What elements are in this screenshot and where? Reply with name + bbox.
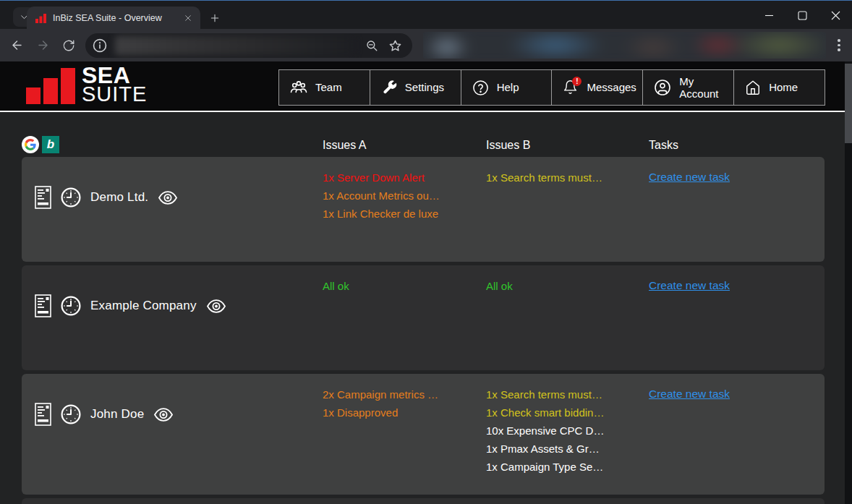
reload-button[interactable] <box>56 33 80 57</box>
nav-settings-button[interactable]: Settings <box>370 69 461 106</box>
new-tab-button[interactable] <box>205 9 224 27</box>
home-icon <box>745 80 761 95</box>
issue-item: 1x Server Down Alert <box>323 168 479 187</box>
clock-icon[interactable] <box>61 187 81 208</box>
clock-icon[interactable] <box>61 404 81 424</box>
nav-team-button[interactable]: Team <box>278 69 370 106</box>
issue-item: 1x Search terms must… <box>486 168 642 187</box>
issue-item: 1x Disapproved <box>323 403 479 422</box>
main-nav: Team Settings Help <box>278 69 825 106</box>
report-icon[interactable] <box>35 186 51 209</box>
create-new-task-link[interactable]: Create new task <box>649 277 730 294</box>
column-header-issues-a: Issues A <box>323 112 486 157</box>
back-button[interactable] <box>5 33 29 57</box>
client-row: John Doe 2x Campaign metrics …1x Disappr… <box>22 374 825 495</box>
create-new-task-link[interactable]: Create new task <box>649 168 730 186</box>
issues-b-cell: 1x Search terms must…1x Check smart bidd… <box>486 374 649 495</box>
create-new-task-link[interactable]: Create new task <box>649 385 730 403</box>
tab-close-icon[interactable] <box>182 12 195 25</box>
nav-my-account-button[interactable]: My Account <box>642 69 734 106</box>
nav-help-label: Help <box>497 81 519 93</box>
bookmark-star-icon[interactable] <box>388 39 402 53</box>
zoom-icon[interactable] <box>365 39 378 52</box>
issue-item: 1x Campaign Type Se… <box>486 458 642 476</box>
issue-item: 1x Search terms must… <box>486 385 642 403</box>
client-rows: Demo Ltd. 1x Server Down Alert1x Account… <box>22 157 825 504</box>
table-header: b Issues A Issues B Tasks <box>22 112 825 157</box>
eye-icon[interactable] <box>153 408 174 422</box>
site-header: SEA SUITE Team Settings <box>0 61 845 111</box>
report-icon[interactable] <box>35 294 51 317</box>
client-row-partial <box>22 498 825 504</box>
client-name: Example Company <box>90 299 197 313</box>
issues-a-cell: 2x Campaign metrics …1x Disapproved <box>323 374 486 495</box>
tab-title: InBiz SEA Suite - Overview <box>53 13 182 23</box>
issues-a-cell: All ok <box>323 265 486 370</box>
logo-text-suite: SUITE <box>82 85 147 104</box>
google-icon[interactable] <box>22 136 39 153</box>
forward-button[interactable] <box>31 33 55 57</box>
close-window-button[interactable] <box>819 1 852 30</box>
tasks-cell: Create new task <box>649 374 825 495</box>
column-header-tasks: Tasks <box>649 112 825 157</box>
issue-item: All ok <box>486 277 642 295</box>
issue-item: 1x Pmax Assets & Gr… <box>486 440 642 458</box>
nav-team-label: Team <box>315 81 342 93</box>
report-icon[interactable] <box>35 403 51 426</box>
issue-item: 10x Expensive CPC D… <box>486 422 642 440</box>
nav-messages-button[interactable]: ! Messages <box>551 69 643 106</box>
clock-icon[interactable] <box>61 296 81 316</box>
issue-item: 1x Account Metrics ou… <box>323 187 479 205</box>
browser-tab[interactable]: InBiz SEA Suite - Overview <box>27 7 200 30</box>
window-controls <box>752 1 852 30</box>
issue-item: 1x Check smart biddin… <box>486 403 642 422</box>
scrollbar-thumb[interactable] <box>845 64 852 143</box>
extensions-area-redacted <box>423 32 826 59</box>
client-cell: John Doe <box>22 374 323 495</box>
sea-suite-logo[interactable]: SEA SUITE <box>26 67 147 104</box>
issues-a-cell: 1x Server Down Alert1x Account Metrics o… <box>323 157 486 262</box>
messages-alert-badge: ! <box>572 77 582 86</box>
logo-bars-icon <box>26 68 77 104</box>
nav-help-button[interactable]: Help <box>461 69 553 106</box>
minimize-button[interactable] <box>752 1 785 30</box>
issue-item: 1x Link Checker de luxe <box>323 205 479 223</box>
client-cell: Demo Ltd. <box>22 157 323 262</box>
issue-item: All ok <box>323 277 479 295</box>
issues-b-cell: All ok <box>486 265 649 370</box>
page-scrollbar[interactable] <box>845 61 852 504</box>
nav-home-button[interactable]: Home <box>733 69 825 106</box>
address-bar[interactable] <box>85 33 412 58</box>
tasks-cell: Create new task <box>649 157 825 262</box>
tab-strip: InBiz SEA Suite - Overview <box>0 0 852 29</box>
page-info-icon[interactable] <box>92 38 108 54</box>
help-icon <box>472 80 489 96</box>
maximize-button[interactable] <box>785 1 819 30</box>
nav-my-account-label: My Account <box>679 75 727 101</box>
client-cell: Example Company <box>22 265 323 370</box>
account-icon <box>654 79 671 96</box>
column-header-issues-b: Issues B <box>486 112 649 157</box>
client-name: John Doe <box>90 407 144 422</box>
team-icon <box>290 80 307 95</box>
issue-item: 2x Campaign metrics … <box>323 385 479 403</box>
issues-b-cell: 1x Search terms must… <box>486 157 649 262</box>
client-name: Demo Ltd. <box>90 190 148 205</box>
eye-icon[interactable] <box>206 299 226 313</box>
site-favicon <box>35 14 46 23</box>
client-row: Example Company All ok All ok Create new… <box>22 265 825 370</box>
bing-icon[interactable]: b <box>42 136 59 153</box>
browser-window: InBiz SEA Suite - Overview <box>0 0 852 504</box>
nav-home-label: Home <box>769 81 798 93</box>
overview-page: b Issues A Issues B Tasks <box>0 112 845 504</box>
wrench-icon <box>381 80 397 95</box>
tasks-cell: Create new task <box>649 265 825 370</box>
client-row: Demo Ltd. 1x Server Down Alert1x Account… <box>22 157 825 262</box>
nav-settings-label: Settings <box>405 81 444 93</box>
eye-icon[interactable] <box>158 191 178 205</box>
browser-toolbar <box>0 29 852 61</box>
nav-messages-label: Messages <box>587 81 636 93</box>
url-text-redacted <box>115 36 355 55</box>
browser-menu-button[interactable] <box>830 33 848 57</box>
